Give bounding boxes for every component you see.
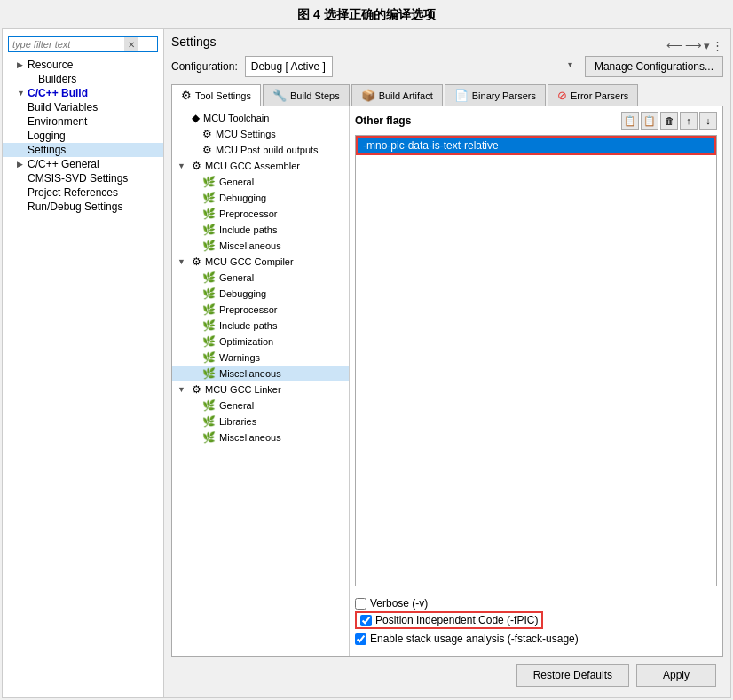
- move-down-button[interactable]: ↓: [699, 112, 717, 130]
- config-label: Configuration:: [171, 60, 238, 73]
- tool-item-asm-debugging[interactable]: 🌿 Debugging: [172, 190, 349, 206]
- tool-item-label: MCU GCC Linker: [205, 384, 281, 395]
- binary-parsers-icon: 📄: [454, 89, 469, 102]
- sidebar-item-label: Project References: [17, 186, 118, 199]
- sidebar-item-logging[interactable]: Logging: [3, 129, 163, 143]
- tab-label: Error Parsers: [571, 90, 628, 101]
- asm-misc-icon: 🌿: [202, 240, 216, 252]
- bottom-bar: Restore Defaults Apply: [171, 657, 723, 692]
- sidebar-item-cpp-general[interactable]: ▶ C/C++ General: [3, 157, 163, 171]
- tool-item-label: Preprocessor: [219, 304, 277, 315]
- tool-item-label: General: [219, 177, 254, 187]
- tab-tool-settings[interactable]: ⚙ Tool Settings: [171, 84, 261, 106]
- filter-input[interactable]: [9, 37, 124, 51]
- sidebar-item-run-debug[interactable]: Run/Debug Settings: [3, 200, 163, 214]
- sidebar-item-resource[interactable]: ▶ Resource: [3, 58, 163, 72]
- tool-item-label: MCU GCC Compiler: [205, 256, 294, 267]
- config-dropdown-wrap: Debug [ Active ]: [245, 56, 578, 77]
- verbose-row: Verbose (-v): [355, 595, 717, 611]
- sidebar-item-label: Environment: [28, 115, 87, 128]
- restore-defaults-button[interactable]: Restore Defaults: [516, 664, 629, 687]
- tab-build-artifact[interactable]: 📦 Build Artifact: [351, 84, 443, 106]
- sidebar-item-cpp-build[interactable]: ▼ C/C++ Build: [3, 86, 163, 100]
- copy-button[interactable]: 📋: [621, 112, 639, 130]
- tabs-bar: ⚙ Tool Settings 🔧 Build Steps 📦 Build Ar…: [171, 84, 723, 106]
- tool-item-label: Optimization: [219, 336, 273, 347]
- verbose-label: Verbose (-v): [370, 597, 428, 610]
- sidebar-item-label: Resource: [28, 59, 73, 71]
- config-dropdown[interactable]: Debug [ Active ]: [245, 56, 333, 77]
- gcc-misc-icon: 🌿: [202, 367, 216, 380]
- delete-button[interactable]: 🗑: [660, 112, 678, 130]
- sidebar-item-builders[interactable]: Builders: [3, 72, 163, 86]
- filter-box[interactable]: ✕: [8, 36, 158, 52]
- gcc-general-icon: 🌿: [202, 271, 216, 284]
- apply-button[interactable]: Apply: [636, 664, 716, 687]
- tab-label: Binary Parsers: [472, 90, 536, 101]
- sidebar-item-build-variables[interactable]: Build Variables: [3, 100, 163, 114]
- tool-item-lnk-libraries[interactable]: 🌿 Libraries: [172, 413, 349, 429]
- tool-item-gcc-assembler[interactable]: ▼ ⚙ MCU GCC Assembler: [172, 158, 349, 174]
- stack-row: Enable stack usage analysis (-fstack-usa…: [355, 631, 717, 647]
- verbose-checkbox[interactable]: [355, 598, 366, 610]
- gcc-assembler-arrow: ▼: [177, 161, 188, 170]
- tool-item-asm-preprocessor[interactable]: 🌿 Preprocessor: [172, 206, 349, 222]
- tool-item-gcc-optimization[interactable]: 🌿 Optimization: [172, 334, 349, 350]
- tool-item-mcu-settings[interactable]: ⚙ MCU Settings: [172, 126, 349, 142]
- mcu-toolchain-icon: ◆: [192, 112, 200, 124]
- filter-clear-button[interactable]: ✕: [124, 37, 138, 51]
- flags-list[interactable]: -mno-pic-data-is-text-relative: [355, 135, 717, 586]
- tool-item-label: MCU Post build outputs: [216, 145, 319, 155]
- tool-item-gcc-general[interactable]: 🌿 General: [172, 270, 349, 286]
- tool-item-mcu-post-build[interactable]: ⚙ MCU Post build outputs: [172, 142, 349, 158]
- lnk-libraries-icon: 🌿: [202, 415, 216, 428]
- move-up-button[interactable]: ↑: [680, 112, 698, 130]
- dropdown-arrow-icon[interactable]: ▾: [704, 39, 710, 52]
- asm-debugging-icon: 🌿: [202, 192, 216, 204]
- tool-item-gcc-misc[interactable]: 🌿 Miscellaneous: [172, 366, 349, 381]
- sidebar-item-settings[interactable]: Settings: [3, 143, 163, 157]
- manage-configurations-button[interactable]: Manage Configurations...: [585, 56, 723, 77]
- tab-error-parsers[interactable]: ⊘ Error Parsers: [548, 84, 638, 106]
- stack-checkbox[interactable]: [355, 633, 366, 645]
- nav-arrows: ⟵ ⟶ ▾ ⋮: [666, 39, 723, 52]
- tab-label: Build Steps: [290, 90, 340, 101]
- settings-title: Settings: [171, 35, 217, 49]
- tab-binary-parsers[interactable]: 📄 Binary Parsers: [445, 84, 546, 106]
- tool-item-asm-include[interactable]: 🌿 Include paths: [172, 222, 349, 238]
- tab-build-steps[interactable]: 🔧 Build Steps: [263, 84, 350, 106]
- tool-item-gcc-include[interactable]: 🌿 Include paths: [172, 318, 349, 334]
- pic-label: Position Independent Code (-fPIC): [375, 614, 538, 626]
- pic-checkbox[interactable]: [360, 615, 372, 626]
- tool-item-label: Miscellaneous: [219, 432, 281, 443]
- tool-item-label: MCU Toolchain: [203, 113, 269, 123]
- paste-button[interactable]: 📋: [641, 112, 658, 130]
- sidebar-item-project-refs[interactable]: Project References: [3, 185, 163, 200]
- tab-label: Tool Settings: [195, 90, 251, 101]
- build-artifact-icon: 📦: [361, 89, 375, 102]
- settings-detail-panel: Other flags 📋 📋 🗑 ↑ ↓ -mno-pic-data-is-t…: [350, 106, 722, 656]
- tool-item-mcu-toolchain[interactable]: ◆ MCU Toolchain: [172, 110, 349, 126]
- sidebar-item-cmsis-svd[interactable]: CMSIS-SVD Settings: [3, 171, 163, 185]
- tab-label: Build Artifact: [379, 90, 433, 101]
- tool-item-gcc-compiler[interactable]: ▼ ⚙ MCU GCC Compiler: [172, 254, 349, 270]
- tool-item-asm-misc[interactable]: 🌿 Miscellaneous: [172, 238, 349, 254]
- tool-item-label: Miscellaneous: [219, 368, 281, 379]
- tool-item-gcc-linker[interactable]: ▼ ⚙ MCU GCC Linker: [172, 381, 349, 397]
- back-arrow-icon[interactable]: ⟵: [666, 39, 683, 52]
- tool-item-lnk-misc[interactable]: 🌿 Miscellaneous: [172, 429, 349, 445]
- flag-item-mno-pic[interactable]: -mno-pic-data-is-text-relative: [356, 136, 716, 155]
- sidebar-item-environment[interactable]: Environment: [3, 114, 163, 129]
- sidebar-item-label: Logging: [28, 130, 66, 142]
- lnk-general-icon: 🌿: [202, 399, 216, 412]
- panel-header: Other flags 📋 📋 🗑 ↑ ↓: [355, 112, 717, 130]
- tool-item-gcc-preprocessor[interactable]: 🌿 Preprocessor: [172, 302, 349, 318]
- tool-item-lnk-general[interactable]: 🌿 General: [172, 397, 349, 413]
- tool-item-label: Miscellaneous: [219, 240, 281, 251]
- tool-item-asm-general[interactable]: 🌿 General: [172, 174, 349, 190]
- tool-item-gcc-debugging[interactable]: 🌿 Debugging: [172, 286, 349, 302]
- gcc-compiler-arrow: ▼: [177, 257, 188, 266]
- tool-item-gcc-warnings[interactable]: 🌿 Warnings: [172, 350, 349, 366]
- menu-icon[interactable]: ⋮: [712, 39, 723, 52]
- forward-arrow-icon[interactable]: ⟶: [685, 39, 702, 52]
